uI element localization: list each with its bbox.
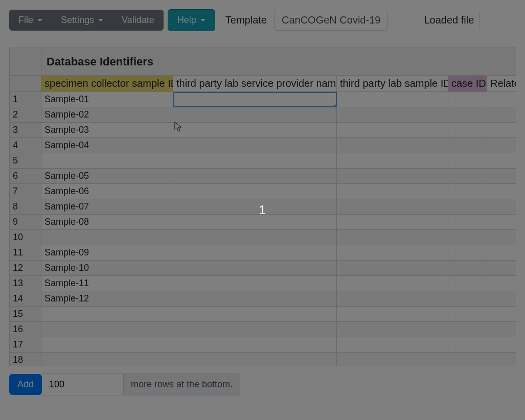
cell-case_id[interactable] — [448, 322, 487, 337]
row-number[interactable]: 7 — [10, 184, 41, 199]
row-number[interactable]: 5 — [10, 153, 41, 169]
cell-specimen[interactable]: Sample-07 — [41, 199, 173, 215]
cell-case_id[interactable] — [448, 153, 487, 169]
cell-provider[interactable] — [173, 169, 337, 184]
cell-specimen[interactable] — [41, 230, 173, 245]
cell-related[interactable] — [487, 337, 516, 353]
cell-provider[interactable] — [173, 291, 337, 307]
cell-specimen[interactable] — [41, 307, 173, 322]
cell-specimen[interactable]: Sample-12 — [41, 291, 173, 307]
cell-case_id[interactable] — [448, 184, 487, 199]
cell-specimen[interactable]: Sample-04 — [41, 138, 173, 153]
cell-related[interactable] — [487, 322, 516, 337]
help-dropdown[interactable]: Help — [168, 9, 215, 31]
cell-related[interactable] — [487, 307, 516, 322]
cell-case_id[interactable] — [448, 307, 487, 322]
row-number[interactable]: 15 — [10, 307, 41, 322]
cell-case_id[interactable] — [448, 337, 487, 353]
cell-case_id[interactable] — [448, 261, 487, 276]
add-rows-button[interactable]: Add — [9, 374, 42, 395]
row-number[interactable]: 10 — [10, 230, 41, 245]
cell-related[interactable] — [487, 123, 516, 138]
cell-lab_sid[interactable] — [337, 199, 448, 215]
validate-button[interactable]: Validate — [112, 10, 164, 31]
cell-specimen[interactable]: Sample-03 — [41, 123, 173, 138]
cell-lab_sid[interactable] — [337, 291, 448, 307]
cell-provider[interactable] — [173, 261, 337, 276]
column-header-specimen[interactable]: specimen collector sample ID — [41, 76, 173, 92]
row-number[interactable]: 3 — [10, 123, 41, 138]
fill-handle[interactable] — [334, 105, 337, 107]
corner-header[interactable] — [10, 48, 41, 76]
row-number[interactable]: 11 — [10, 245, 41, 261]
cell-related[interactable] — [487, 184, 516, 199]
column-header-lab_sid[interactable]: third party lab sample ID — [337, 76, 448, 92]
row-number[interactable]: 14 — [10, 291, 41, 307]
cell-lab_sid[interactable] — [337, 184, 448, 199]
column-header-provider[interactable]: third party lab service provider name — [173, 76, 337, 92]
cell-specimen[interactable]: Sample-02 — [41, 107, 173, 123]
cell-lab_sid[interactable] — [337, 138, 448, 153]
cell-case_id[interactable] — [448, 291, 487, 307]
cell-specimen[interactable] — [41, 153, 173, 169]
cell-specimen[interactable] — [41, 337, 173, 353]
column-header-case_id[interactable]: case ID — [448, 76, 487, 92]
cell-related[interactable] — [487, 92, 516, 107]
group-header[interactable]: Database Identifiers — [41, 48, 173, 76]
cell-related[interactable] — [487, 138, 516, 153]
row-number[interactable]: 1 — [10, 92, 41, 107]
cell-related[interactable] — [487, 107, 516, 123]
cell-specimen[interactable]: Sample-06 — [41, 184, 173, 199]
cell-provider[interactable] — [173, 230, 337, 245]
cell-provider[interactable] — [173, 245, 337, 261]
cell-provider[interactable] — [173, 276, 337, 291]
cell-lab_sid[interactable] — [337, 307, 448, 322]
cell-provider[interactable] — [173, 92, 337, 107]
cell-provider[interactable] — [173, 199, 337, 215]
cell-case_id[interactable] — [448, 107, 487, 123]
cell-lab_sid[interactable] — [337, 230, 448, 245]
cell-specimen[interactable]: Sample-08 — [41, 215, 173, 230]
cell-specimen[interactable]: Sample-10 — [41, 261, 173, 276]
row-number[interactable]: 9 — [10, 215, 41, 230]
cell-case_id[interactable] — [448, 92, 487, 107]
cell-related[interactable] — [487, 199, 516, 215]
cell-lab_sid[interactable] — [337, 322, 448, 337]
row-number[interactable]: 18 — [10, 353, 41, 367]
cell-lab_sid[interactable] — [337, 261, 448, 276]
row-number[interactable]: 12 — [10, 261, 41, 276]
row-number[interactable]: 13 — [10, 276, 41, 291]
cell-provider[interactable] — [173, 215, 337, 230]
cell-related[interactable] — [487, 291, 516, 307]
cell-lab_sid[interactable] — [337, 123, 448, 138]
cell-provider[interactable] — [173, 337, 337, 353]
cell-case_id[interactable] — [448, 138, 487, 153]
cell-provider[interactable] — [173, 138, 337, 153]
cell-lab_sid[interactable] — [337, 276, 448, 291]
cell-lab_sid[interactable] — [337, 107, 448, 123]
cell-lab_sid[interactable] — [337, 337, 448, 353]
cell-lab_sid[interactable] — [337, 92, 448, 107]
cell-specimen[interactable]: Sample-09 — [41, 245, 173, 261]
loaded-file-field[interactable] — [479, 10, 494, 31]
cell-lab_sid[interactable] — [337, 353, 448, 367]
cell-lab_sid[interactable] — [337, 245, 448, 261]
cell-related[interactable] — [487, 353, 516, 367]
cell-related[interactable] — [487, 245, 516, 261]
cell-provider[interactable] — [173, 353, 337, 367]
cell-lab_sid[interactable] — [337, 169, 448, 184]
cell-specimen[interactable]: Sample-01 — [41, 92, 173, 107]
column-header-related[interactable]: Relate — [487, 76, 516, 92]
cell-related[interactable] — [487, 153, 516, 169]
cell-case_id[interactable] — [448, 276, 487, 291]
cell-lab_sid[interactable] — [337, 215, 448, 230]
cell-provider[interactable] — [173, 184, 337, 199]
data-grid[interactable]: Database Identifiers specimen collector … — [9, 48, 516, 366]
row-number[interactable]: 17 — [10, 337, 41, 353]
settings-dropdown[interactable]: Settings — [52, 10, 112, 31]
cell-provider[interactable] — [173, 153, 337, 169]
cell-case_id[interactable] — [448, 123, 487, 138]
cell-provider[interactable] — [173, 107, 337, 123]
cell-provider[interactable] — [173, 307, 337, 322]
cell-related[interactable] — [487, 276, 516, 291]
